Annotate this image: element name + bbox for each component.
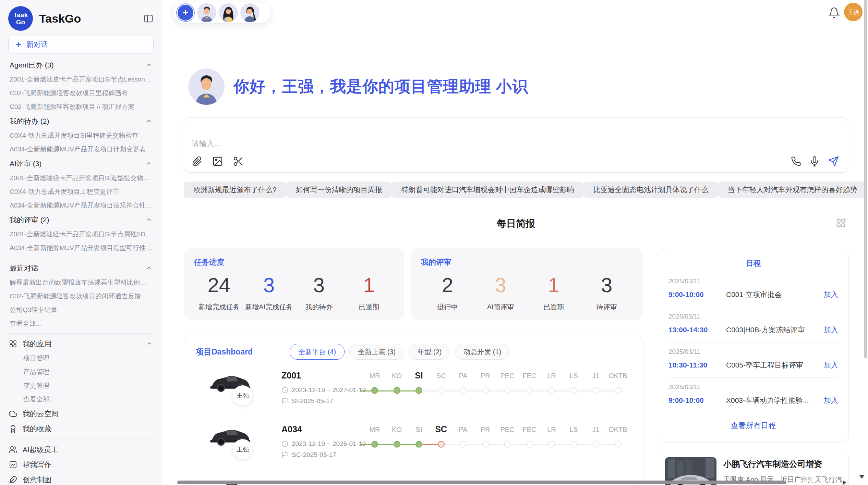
dashboard-tab[interactable]: 动总开发 (1) bbox=[455, 344, 510, 360]
notification-bell-icon[interactable] bbox=[828, 7, 840, 18]
milestone-dot[interactable] bbox=[548, 387, 555, 394]
sidebar-item[interactable]: 解释最新出台的欧盟报废车法规再生塑料比例被调至15%... bbox=[0, 276, 162, 289]
milestone-dot[interactable] bbox=[371, 387, 378, 394]
agent-avatar-2[interactable] bbox=[219, 3, 238, 22]
sidebar-section-header[interactable]: AI评审 (3) bbox=[0, 156, 162, 171]
new-chat-button[interactable]: 新对话 bbox=[8, 36, 154, 53]
sidebar-item-creative-draw[interactable]: 创意制图 bbox=[0, 472, 162, 485]
milestone-dot[interactable] bbox=[526, 441, 533, 448]
divider bbox=[9, 258, 153, 258]
sidebar-app-item[interactable]: 产品管理 bbox=[0, 365, 162, 379]
sidebar-section-header[interactable]: Agent已办 (3) bbox=[0, 58, 162, 73]
sidebar-collapse-icon[interactable] bbox=[143, 13, 154, 24]
news-card[interactable]: 小鹏飞行汽车制造公司增资 天眼查 App 显示，近日广州汇天飞行汽... bbox=[658, 451, 849, 485]
sidebar-item[interactable]: C02-飞腾新能源轻客改款项目里程碑画布 bbox=[0, 86, 162, 100]
dashboard-tab[interactable]: 全新上装 (3) bbox=[349, 344, 404, 360]
milestone-label: OKTB bbox=[603, 426, 634, 434]
sidebar-item[interactable]: Z001-全新燃油皮卡产品开发项目SI节点Lesson Learn报告 bbox=[0, 73, 162, 86]
milestone-dot[interactable] bbox=[415, 387, 422, 394]
milestone-dot[interactable] bbox=[592, 387, 599, 394]
sidebar-item[interactable]: A034-全新新能源MUV产品开发项目法规符合性评审 bbox=[0, 199, 162, 212]
milestone-dot[interactable] bbox=[371, 441, 378, 448]
milestone-dot[interactable] bbox=[438, 441, 445, 448]
add-agent-button[interactable] bbox=[178, 5, 193, 21]
milestone-dot[interactable] bbox=[394, 387, 400, 394]
milestone-dot[interactable] bbox=[482, 387, 489, 394]
stat-item: 3AI预评审 bbox=[474, 271, 527, 312]
suggestion-chip[interactable]: 特朗普可能对进口汽车增税会对中国车企造成哪些影响 bbox=[392, 182, 584, 198]
sidebar-item[interactable]: C02-飞腾新能源轻客改款项目立项汇报方案 bbox=[0, 100, 162, 114]
milestone-dot[interactable] bbox=[615, 387, 622, 394]
sidebar-item[interactable]: 查看全部... bbox=[0, 317, 162, 331]
sidebar-section-header[interactable]: 最近对话 bbox=[0, 261, 162, 276]
stat-label: 新增AI完成任务 bbox=[244, 302, 294, 312]
agent-avatar-1[interactable] bbox=[197, 3, 216, 22]
write-icon bbox=[9, 461, 17, 469]
dashboard-tab[interactable]: 年型 (2) bbox=[409, 344, 450, 360]
cloud-space-label: 我的云空间 bbox=[23, 409, 59, 419]
sidebar-item-help-write[interactable]: 帮我写作 bbox=[0, 457, 162, 472]
milestone-dot[interactable] bbox=[570, 387, 577, 394]
join-button[interactable]: 加入 bbox=[824, 290, 838, 299]
join-button[interactable]: 加入 bbox=[824, 325, 838, 335]
milestone-dot[interactable] bbox=[460, 387, 467, 394]
sidebar-item-cloud-space[interactable]: 我的云空间 bbox=[0, 406, 162, 421]
dashboard-tab[interactable]: 全新平台 (4) bbox=[290, 344, 345, 360]
sidebar-item-favorites[interactable]: 我的收藏 bbox=[0, 421, 162, 436]
join-button[interactable]: 加入 bbox=[824, 360, 838, 370]
sidebar-item[interactable]: A034-全新新能源MUV产品开发项目计划变更表编写 bbox=[0, 142, 162, 156]
chat-input-box[interactable]: 请输入... bbox=[184, 117, 848, 173]
schedule-event-name: C005-整车工程目标评审 bbox=[726, 360, 820, 370]
milestone-dot[interactable] bbox=[394, 441, 400, 448]
scroll-right-arrow[interactable] bbox=[843, 480, 846, 485]
microphone-icon[interactable] bbox=[809, 156, 820, 166]
schedule-event-name: C001-立项审批会 bbox=[726, 290, 820, 299]
milestone-dot[interactable] bbox=[526, 387, 533, 394]
suggestion-chip[interactable]: 当下年轻人对汽车外观有怎样的喜好趋势 bbox=[718, 182, 867, 198]
sidebar-section-header[interactable]: 我的评审 (2) bbox=[0, 212, 162, 227]
sidebar-app-item[interactable]: 变更管理 bbox=[0, 379, 162, 393]
sidebar-section-header[interactable]: 我的待办 (2) bbox=[0, 114, 162, 129]
sidebar-item-my-apps[interactable]: 我的应用 bbox=[0, 336, 162, 351]
join-button[interactable]: 加入 bbox=[824, 396, 838, 405]
milestone-dot[interactable] bbox=[570, 441, 577, 448]
phone-icon[interactable] bbox=[791, 156, 801, 166]
layout-grid-icon[interactable] bbox=[836, 218, 846, 228]
milestone-dot[interactable] bbox=[504, 441, 511, 448]
sidebar-item-ai-super-staff[interactable]: AI超级员工 bbox=[0, 442, 162, 457]
agent-avatar-3[interactable] bbox=[240, 3, 260, 22]
milestone-dot[interactable] bbox=[415, 441, 422, 448]
sidebar-app-item[interactable]: 查看全部... bbox=[0, 393, 162, 406]
milestone-dot[interactable] bbox=[504, 387, 511, 394]
flag-icon bbox=[281, 451, 288, 458]
sidebar-item[interactable]: C02-飞腾新能源轻客改款项目的闭环通告反馈情况 bbox=[0, 289, 162, 303]
briefing-cards: 任务进度24新增完成任务3新增AI完成任务3我的待办1已逾期我的评审2进行中3A… bbox=[184, 248, 643, 320]
vertical-scrollbar-thumb[interactable] bbox=[864, 0, 867, 358]
milestone-dot[interactable] bbox=[592, 441, 599, 448]
user-avatar[interactable]: 王强 bbox=[844, 3, 863, 21]
milestone-dot[interactable] bbox=[615, 441, 622, 448]
sidebar-item[interactable]: 公司Q3轻卡销量 bbox=[0, 303, 162, 317]
sidebar-item[interactable]: A034-全新新能源MUV产品开发项目造型可行性评审 bbox=[0, 241, 162, 255]
divider bbox=[9, 333, 153, 334]
sidebar-app-item[interactable]: 项目管理 bbox=[0, 351, 162, 365]
milestone-dot[interactable] bbox=[438, 387, 445, 394]
sidebar-item[interactable]: Z001-全新燃油轻卡产品开发项目SI节点属性5D文件评审 bbox=[0, 227, 162, 241]
view-all-schedule-link[interactable]: 查看所有日程 bbox=[668, 413, 838, 431]
milestone-dot[interactable] bbox=[482, 441, 489, 448]
sidebar-item[interactable]: C0X4-动力总成开发项目SI里程碑提交物检查 bbox=[0, 129, 162, 142]
sidebar-item[interactable]: Z001-全新燃油轻卡产品开发项目SI造型提交物评审 bbox=[0, 171, 162, 185]
image-upload-icon[interactable] bbox=[212, 156, 223, 167]
suggestion-chip[interactable]: 如何写一份清晰的项目周报 bbox=[286, 182, 392, 198]
sidebar-item[interactable]: C0X4-动力总成开发项目工程变更评审 bbox=[0, 185, 162, 199]
project-owner-badge: 王强 bbox=[232, 385, 253, 406]
horizontal-scrollbar-thumb[interactable] bbox=[177, 481, 786, 484]
attach-icon[interactable] bbox=[192, 156, 203, 167]
scissors-icon[interactable] bbox=[233, 156, 244, 167]
send-icon[interactable] bbox=[828, 156, 839, 167]
suggestion-chip[interactable]: 欧洲新规最近颁布了什么? bbox=[184, 182, 286, 198]
scroll-down-arrow[interactable] bbox=[859, 475, 865, 479]
milestone-dot[interactable] bbox=[460, 441, 467, 448]
milestone-dot[interactable] bbox=[548, 441, 555, 448]
suggestion-chip[interactable]: 比亚迪全固态电池计划具体说了什么 bbox=[584, 182, 718, 198]
